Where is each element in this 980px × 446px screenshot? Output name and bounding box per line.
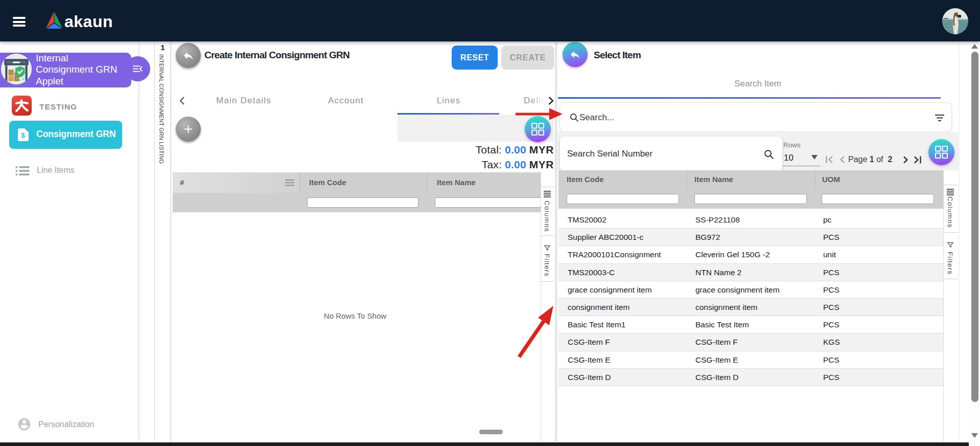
- svg-text:$: $: [21, 131, 25, 139]
